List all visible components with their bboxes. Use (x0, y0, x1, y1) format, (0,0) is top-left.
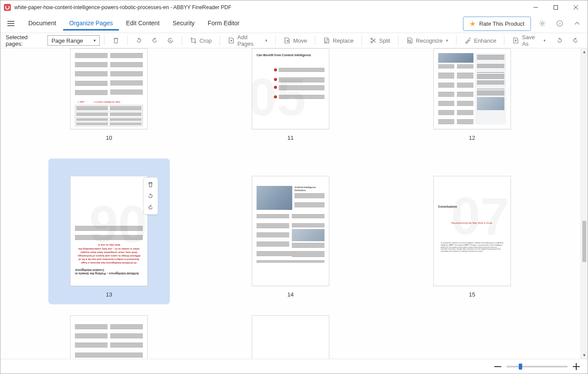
menu-organize-pages[interactable]: Organize Pages (63, 17, 119, 30)
window-title: white-paper-how-content-intelligence-pow… (14, 4, 526, 10)
page-cell-10[interactable]: ⬡ RPA⬡ Content Intelligence Skills 10 (36, 48, 182, 141)
thumb-quote: AI (Artificial Intelligence) has become … (77, 243, 141, 265)
page-range-select[interactable]: Page Range ▾ (47, 35, 100, 46)
replace-icon (323, 37, 330, 44)
split-label: Split (379, 37, 390, 44)
move-icon (284, 37, 291, 44)
replace-label: Replace (333, 37, 354, 44)
undo-button[interactable] (553, 35, 567, 46)
enhance-button[interactable]: Enhance (461, 35, 500, 46)
page-thumb-12 (433, 48, 511, 129)
redo-icon (572, 37, 579, 44)
page-number: 11 (287, 135, 294, 141)
help-button[interactable]: ? (554, 17, 566, 30)
chevron-down-icon: ▾ (544, 38, 546, 43)
save-as-button[interactable]: Save As▾ (509, 32, 549, 49)
page-number: 10 (106, 135, 112, 141)
svg-text:?: ? (558, 22, 561, 26)
split-button[interactable]: Split (366, 35, 394, 46)
rate-label: Rate This Product (479, 20, 524, 27)
replace-button[interactable]: Replace (320, 35, 357, 46)
zoom-in-button[interactable] (573, 363, 580, 370)
page-grid: ⬡ RPA⬡ Content Intelligence Skills 10 05… (0, 48, 588, 359)
thumb-title: Can Benefit from Content Intelligence (257, 53, 324, 57)
thumb-title: Conclusion (438, 205, 506, 209)
toolbar: Selected pages: Page Range ▾ A Crop Add … (0, 33, 588, 48)
maximize-button[interactable] (546, 0, 566, 14)
page-cell-11[interactable]: 05 Can Benefit from Content Intelligence… (218, 48, 364, 141)
menu-security[interactable]: Security (166, 17, 201, 30)
close-button[interactable] (566, 0, 586, 14)
svg-rect-1 (554, 6, 558, 10)
chevron-down-icon: ▾ (265, 38, 267, 43)
delete-button[interactable] (109, 35, 123, 46)
scroll-thumb[interactable] (582, 221, 586, 262)
zoom-slider[interactable] (507, 366, 568, 367)
page-thumb-17 (252, 315, 329, 359)
move-button[interactable]: Move (280, 35, 311, 46)
hamburger-menu[interactable] (5, 17, 17, 30)
svg-text:A: A (169, 39, 172, 42)
add-page-icon (228, 37, 235, 44)
page-number: 12 (469, 135, 475, 141)
thumb-sub: Revolutionizing the Way Work Is Done. (438, 222, 506, 225)
split-icon (370, 37, 377, 44)
minimize-button[interactable] (526, 0, 546, 14)
crop-label: Crop (199, 37, 212, 44)
zoom-slider-handle[interactable] (519, 364, 522, 370)
chevron-down-icon: ▾ (94, 38, 96, 43)
rotate-left-icon (135, 37, 142, 44)
recognize-label: Recognize (416, 37, 443, 44)
scroll-down-arrow[interactable]: ▼ (581, 352, 588, 359)
crop-button[interactable]: Crop (186, 35, 215, 46)
page-number: 14 (287, 291, 294, 298)
scroll-up-arrow[interactable]: ▲ (581, 48, 588, 55)
recognize-icon (406, 37, 413, 44)
page-thumb-10: ⬡ RPA⬡ Content Intelligence Skills (70, 48, 148, 129)
enhance-label: Enhance (474, 37, 496, 44)
page-rotate-left-button[interactable] (145, 191, 156, 201)
page-cell-13[interactable]: 06 Artificial Intelligence – Putting the… (36, 158, 182, 298)
rotate-left-button[interactable] (132, 35, 146, 46)
svg-point-13 (409, 40, 410, 42)
page-rotate-right-button[interactable] (145, 202, 156, 212)
statusbar (0, 359, 588, 374)
page-cell-15[interactable]: 07 Conclusion Revolutionizing the Way Wo… (399, 158, 545, 298)
vertical-scrollbar[interactable]: ▲ ▼ (581, 48, 588, 359)
menubar: Document Organize Pages Edit Content Sec… (0, 14, 588, 33)
page-number: 15 (469, 291, 475, 298)
svg-point-12 (371, 41, 372, 43)
rate-product-button[interactable]: ★ Rate This Product (463, 17, 531, 31)
thumb-body: To facilitate the confluence of Content … (438, 242, 506, 253)
page-thumb-16 (70, 315, 148, 359)
menu-edit-content[interactable]: Edit Content (120, 17, 166, 30)
page-thumb-14: Artificial Intelligence Definitions (252, 176, 329, 286)
page-cell-12[interactable]: 12 (399, 48, 545, 141)
page-thumb-13: 06 Artificial Intelligence – Putting the… (70, 176, 148, 286)
recognize-button[interactable]: Recognize▾ (403, 35, 452, 46)
zoom-out-button[interactable] (494, 363, 501, 370)
page-range-value: Page Range (51, 37, 83, 44)
rotate-right-button[interactable] (148, 35, 162, 46)
thumb-title: Artificial Intelligence Definitions (294, 186, 324, 192)
page-cell-14[interactable]: Artificial Intelligence Definitions 14 (218, 158, 364, 298)
selected-pages-label: Selected pages: (6, 34, 43, 47)
crop-icon (190, 37, 197, 44)
page-cell-17[interactable]: 17 (218, 315, 364, 359)
page-thumb-11: 05 Can Benefit from Content Intelligence (252, 48, 329, 129)
save-as-icon (512, 37, 519, 44)
menu-form-editor[interactable]: Form Editor (202, 17, 246, 30)
menu-document[interactable]: Document (22, 17, 62, 30)
svg-point-7 (541, 23, 544, 25)
page-cell-16[interactable]: 16 (36, 315, 182, 359)
rotate-auto-button[interactable]: A (163, 35, 177, 46)
rotate-auto-icon: A (167, 37, 174, 44)
chevron-down-icon: ▾ (446, 38, 448, 43)
star-icon: ★ (470, 20, 476, 28)
add-pages-button[interactable]: Add Pages▾ (224, 32, 271, 49)
redo-button[interactable] (568, 35, 582, 46)
page-delete-button[interactable] (145, 179, 156, 190)
settings-button[interactable] (536, 17, 548, 30)
svg-point-11 (371, 38, 372, 39)
collapse-button[interactable] (571, 17, 583, 30)
